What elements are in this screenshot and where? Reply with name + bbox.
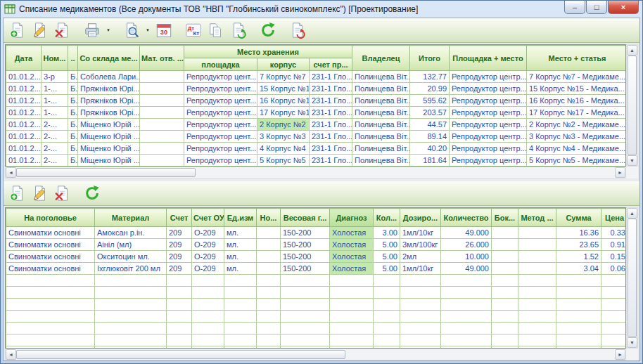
cell[interactable]: 203.57 [410, 107, 450, 119]
cell[interactable]: 209 [167, 227, 192, 239]
cell[interactable]: Б. [68, 83, 78, 95]
cell[interactable]: 17 Корпус №17 [257, 107, 310, 119]
column-header[interactable]: Место + статья [527, 46, 627, 71]
cell[interactable]: 1мл/10кг [400, 227, 441, 239]
delete-document-button[interactable] [52, 20, 73, 41]
cell[interactable]: 40.20 [410, 143, 450, 155]
cell[interactable]: 150-200 [281, 239, 330, 251]
scrollbar-thumb[interactable] [16, 350, 345, 359]
cell[interactable]: мл. [224, 263, 257, 275]
cell[interactable]: 89.14 [410, 131, 450, 143]
cell[interactable]: 01.01.2... [6, 107, 42, 119]
column-header[interactable]: Счет [167, 209, 192, 227]
cell[interactable]: 2 Корпус №2 [257, 119, 310, 131]
cell[interactable]: 150-200 [281, 227, 330, 239]
cell[interactable]: Репродуктор цент... [184, 143, 257, 155]
scrollbar-track[interactable] [627, 219, 637, 337]
upper-horizontal-scrollbar[interactable]: ◄ ► [5, 167, 626, 178]
cell[interactable]: Полинцева Віт... [352, 143, 410, 155]
view-report-dropdown-arrow[interactable]: ▼ [144, 20, 152, 41]
cell[interactable]: Репродуктор цент... [184, 119, 257, 131]
cell[interactable]: Репродуктор цент... [184, 83, 257, 95]
cell[interactable]: Б. [68, 131, 78, 143]
cell[interactable]: 231-1 Гло... [310, 107, 352, 119]
cell[interactable]: Амоксан р.ін. [95, 227, 167, 239]
table-row[interactable]: 01.01.2...2-...Б.Міщенко Юрій ...Репроду… [6, 143, 627, 155]
cell[interactable]: 5 Корпус №5 - Медикаме... [527, 155, 627, 167]
accounting-entries-button[interactable]: Дт Кт [183, 20, 204, 41]
cell[interactable]: Свиноматки основні [6, 239, 95, 251]
cell[interactable]: Іхглюковіт 200 мл [95, 263, 167, 275]
cell[interactable] [140, 143, 184, 155]
cell[interactable] [518, 251, 556, 263]
cell[interactable]: 01.01.2... [6, 71, 42, 83]
column-group-header[interactable]: Место хранения [184, 46, 352, 58]
cell[interactable]: 26.000 [441, 239, 492, 251]
scrollbar-track[interactable] [16, 167, 615, 178]
cell[interactable]: Аініл (мл) [95, 239, 167, 251]
column-header[interactable]: Итого [410, 46, 450, 71]
table-row[interactable]: Свиноматки основніАмоксан р.ін.209О-209м… [6, 227, 627, 239]
cell[interactable]: 01.01.2... [6, 119, 42, 131]
minimize-button[interactable]: – [564, 1, 585, 14]
cell[interactable]: Полинцева Віт... [352, 83, 410, 95]
scroll-up-button[interactable]: ▲ [627, 208, 637, 219]
cell[interactable]: 16 Корпус №16 - Медика... [527, 95, 627, 107]
cell[interactable]: 5.00 [374, 239, 400, 251]
cell[interactable] [140, 95, 184, 107]
column-header[interactable]: Ед.изм [224, 209, 257, 227]
cell[interactable]: Репродуктор цент... [184, 95, 257, 107]
cell[interactable]: 595.62 [410, 95, 450, 107]
table-row[interactable]: Свиноматки основніАініл (мл)209О-209мл.1… [6, 239, 627, 251]
cell[interactable]: Б. [68, 119, 78, 131]
edit-row-button[interactable] [30, 183, 51, 204]
column-header[interactable]: Диагноз [330, 209, 374, 227]
cell[interactable]: Пряжніков Юрі... [78, 107, 140, 119]
cell[interactable]: Свиноматки основні [6, 263, 95, 275]
column-header[interactable]: Владелец [352, 46, 410, 71]
column-header[interactable]: счет пр... [310, 58, 352, 71]
cell[interactable]: 49.000 [441, 263, 492, 275]
column-header[interactable]: Дата [6, 46, 42, 71]
column-header[interactable]: Бок... [492, 209, 518, 227]
cell[interactable]: Свиноматки основні [6, 251, 95, 263]
cell[interactable] [140, 119, 184, 131]
cell[interactable]: 5.00 [374, 251, 400, 263]
cell[interactable]: Міщенко Юрій ... [78, 119, 140, 131]
cell[interactable]: Репродуктор центр... [450, 155, 527, 167]
refresh-rows-button[interactable] [82, 183, 103, 204]
table-row[interactable]: 01.01.2...1-...Б.Пряжніков Юрі...Репроду… [6, 83, 627, 95]
cell[interactable]: Холостая [330, 227, 374, 239]
column-header[interactable]: Весовая г... [281, 209, 330, 227]
cell[interactable]: Окситоцин мл. [95, 251, 167, 263]
cell[interactable]: 49.000 [441, 227, 492, 239]
scroll-right-button[interactable]: ► [615, 349, 625, 360]
cell[interactable]: 1-... [42, 95, 68, 107]
column-header[interactable]: На поголовье [6, 209, 95, 227]
cell[interactable]: Репродуктор центр... [450, 95, 527, 107]
cell[interactable]: 4 Корпус №4 - Медикаме... [527, 143, 627, 155]
cell[interactable]: 1-... [42, 107, 68, 119]
cell[interactable]: 1.52 [556, 251, 601, 263]
scrollbar-track[interactable] [16, 349, 615, 360]
upper-vertical-scrollbar[interactable]: ▲ ▼ [626, 44, 638, 167]
cell[interactable]: 181.64 [410, 155, 450, 167]
cell[interactable]: О-209 [192, 239, 224, 251]
cell[interactable]: О-209 [192, 251, 224, 263]
cell[interactable]: О-209 [192, 263, 224, 275]
column-header[interactable]: Материал [95, 209, 167, 227]
cell[interactable]: Репродуктор цент... [184, 71, 257, 83]
table-row[interactable]: 01.01.2...1-...Б.Пряжніков Юрі...Репроду… [6, 95, 627, 107]
cell[interactable]: 231-1 Гло... [310, 143, 352, 155]
table-row[interactable]: 01.01.2...3-рБ.Соболева Лари...Репродукт… [6, 71, 627, 83]
cell[interactable]: Полинцева Віт... [352, 119, 410, 131]
cell[interactable]: О-209 [192, 227, 224, 239]
cell[interactable]: Полинцева Віт... [352, 155, 410, 167]
column-header[interactable]: Ном... [42, 46, 68, 71]
cell[interactable] [257, 263, 281, 275]
scroll-left-button[interactable]: ◄ [6, 349, 16, 360]
cell[interactable]: 01.01.2... [6, 95, 42, 107]
cell[interactable]: 01.01.2... [6, 83, 42, 95]
column-header[interactable]: Метод ... [518, 209, 556, 227]
table-row[interactable]: 01.01.2...1-...Б.Пряжніков Юрі...Репроду… [6, 107, 627, 119]
